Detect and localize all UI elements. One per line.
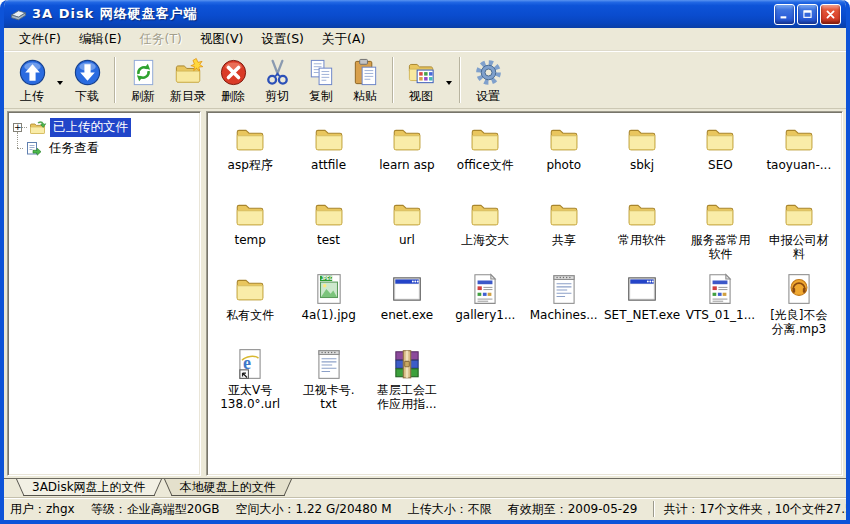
tab-bar: 3ADisk网盘上的文件本地硬盘上的文件 xyxy=(4,478,846,497)
jpeg-file-icon: JPEG xyxy=(312,272,346,306)
refresh-icon xyxy=(128,57,159,88)
toolbar-delete-button[interactable]: 删除 xyxy=(211,54,255,106)
toolbar-new-folder-button[interactable]: 新目录 xyxy=(165,54,211,106)
tree-item[interactable]: +已上传的文件 xyxy=(10,117,198,138)
file-item[interactable]: e亚太V号 138.0°.url xyxy=(211,345,289,420)
file-item[interactable]: 共享 xyxy=(525,195,603,270)
file-name: sbkj xyxy=(630,158,654,172)
toolbar-button-label: 剪切 xyxy=(265,90,289,103)
toolbar-cut-button[interactable]: 剪切 xyxy=(255,54,299,106)
file-name: 4a(1).jpg xyxy=(301,308,355,322)
folder-icon xyxy=(547,197,581,231)
file-item[interactable]: photo xyxy=(525,120,603,195)
file-item[interactable]: office文件 xyxy=(446,120,524,195)
file-name: gallery1... xyxy=(455,308,515,322)
app-window: 3A Disk 网络硬盘客户端 文件(F)编辑(E)任务(T)视图(V)设置(S… xyxy=(0,0,850,524)
file-name: 上海交大 xyxy=(461,233,509,247)
folder-icon xyxy=(468,122,502,156)
file-name: 常用软件 xyxy=(618,233,666,247)
folder-icon xyxy=(233,197,267,231)
file-grid: asp程序attfilelearn aspoffice文件photosbkjSE… xyxy=(206,111,843,476)
menu-item-view[interactable]: 视图(V) xyxy=(191,28,252,51)
folder-tree: +已上传的文件任务查看 xyxy=(7,111,201,476)
toolbar-download-button[interactable]: 下载 xyxy=(65,54,109,106)
file-item[interactable]: Machines... xyxy=(525,270,603,345)
file-item[interactable]: 上海交大 xyxy=(446,195,524,270)
uploaded-folder-icon xyxy=(29,119,47,136)
file-name: [光良]不会 分离.mp3 xyxy=(770,308,827,336)
file-item[interactable]: JPEG4a(1).jpg xyxy=(289,270,367,345)
menu-item-about[interactable]: 关于(A) xyxy=(313,28,374,51)
status-bar: 用户：zhgx等级：企业高端型20GB空间大小：1.22 G/20480 M上传… xyxy=(4,497,846,520)
file-item[interactable]: [光良]不会 分离.mp3 xyxy=(760,270,838,345)
toolbar-view-button[interactable]: 视图 xyxy=(399,54,443,106)
maximize-button[interactable] xyxy=(797,4,818,25)
folder-icon xyxy=(703,197,737,231)
menu-item-task[interactable]: 任务(T) xyxy=(131,28,191,51)
file-item[interactable]: asp程序 xyxy=(211,120,289,195)
folder-icon xyxy=(782,122,816,156)
toolbar-view-dropdown[interactable] xyxy=(443,54,454,106)
toolbar-upload-dropdown[interactable] xyxy=(54,54,65,106)
menu-item-edit[interactable]: 编辑(E) xyxy=(70,28,131,51)
settings-icon xyxy=(473,57,504,88)
folder-icon xyxy=(312,122,346,156)
file-name: Machines... xyxy=(530,308,598,322)
toolbar-upload-button[interactable]: 上传 xyxy=(10,54,54,106)
tab-label: 3ADisk网盘上的文件 xyxy=(32,480,146,494)
file-item[interactable]: 服务器常用 软件 xyxy=(681,195,759,270)
menu-item-settings[interactable]: 设置(S) xyxy=(252,28,313,51)
folder-icon xyxy=(468,197,502,231)
file-item[interactable]: 私有文件 xyxy=(211,270,289,345)
file-name: learn asp xyxy=(379,158,434,172)
file-name: enet.exe xyxy=(381,308,433,322)
file-item[interactable]: VTS_01_1... xyxy=(681,270,759,345)
menu-item-file[interactable]: 文件(F) xyxy=(10,28,70,51)
folder-icon xyxy=(390,122,424,156)
file-item[interactable]: learn asp xyxy=(368,120,446,195)
html-file-icon xyxy=(468,272,502,306)
toolbar-settings-button[interactable]: 设置 xyxy=(466,54,510,106)
file-item[interactable]: attfile xyxy=(289,120,367,195)
toolbar-paste-button[interactable]: 粘贴 xyxy=(343,54,387,106)
file-item[interactable]: taoyuan-... xyxy=(760,120,838,195)
file-item[interactable]: test xyxy=(289,195,367,270)
file-name: 卫视卡号. txt xyxy=(303,383,355,411)
tab-remote-files[interactable]: 3ADisk网盘上的文件 xyxy=(16,479,162,496)
cut-icon xyxy=(262,57,293,88)
toolbar-separator xyxy=(459,57,461,103)
file-item[interactable]: gallery1... xyxy=(446,270,524,345)
file-item[interactable]: 卫视卡号. txt xyxy=(289,345,367,420)
folder-icon xyxy=(312,197,346,231)
expand-plus-icon[interactable]: + xyxy=(13,123,22,132)
file-item[interactable]: SET_NET.exe xyxy=(603,270,681,345)
file-name: 申报公司材 料 xyxy=(769,233,829,261)
toolbar-button-label: 视图 xyxy=(409,90,433,103)
tab-label: 本地硬盘上的文件 xyxy=(180,480,276,494)
file-item[interactable]: 常用软件 xyxy=(603,195,681,270)
toolbar-refresh-button[interactable]: 刷新 xyxy=(121,54,165,106)
file-item[interactable]: 申报公司材 料 xyxy=(760,195,838,270)
paste-icon xyxy=(350,57,381,88)
file-item[interactable]: 基层工会工 作应用指... xyxy=(368,345,446,420)
folder-icon xyxy=(390,197,424,231)
file-item[interactable]: SEO xyxy=(681,120,759,195)
close-button[interactable] xyxy=(820,4,841,25)
toolbar-button-label: 上传 xyxy=(20,90,44,103)
folder-icon xyxy=(703,122,737,156)
text-file-icon xyxy=(312,347,346,381)
toolbar-button-label: 复制 xyxy=(309,90,333,103)
minimize-button[interactable] xyxy=(774,4,795,25)
tree-item-label: 任务查看 xyxy=(46,139,102,158)
file-item[interactable]: sbkj xyxy=(603,120,681,195)
toolbar-copy-button[interactable]: 复制 xyxy=(299,54,343,106)
file-item[interactable]: temp xyxy=(211,195,289,270)
tree-item[interactable]: 任务查看 xyxy=(10,138,198,159)
toolbar-button-label: 设置 xyxy=(476,90,500,103)
tab-local-files[interactable]: 本地硬盘上的文件 xyxy=(164,479,292,496)
file-item[interactable]: enet.exe xyxy=(368,270,446,345)
file-item[interactable]: url xyxy=(368,195,446,270)
status-field: 空间大小：1.22 G/20480 M xyxy=(235,501,391,518)
file-name: asp程序 xyxy=(228,158,273,172)
toolbar-button-label: 删除 xyxy=(221,90,245,103)
